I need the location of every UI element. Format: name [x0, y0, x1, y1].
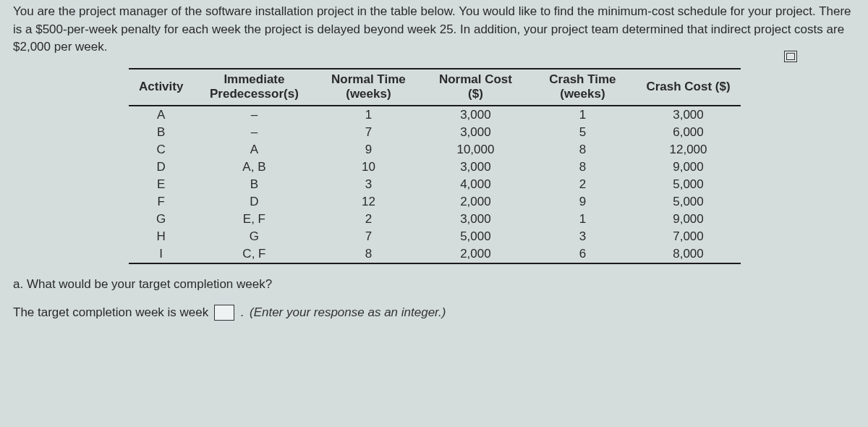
cell-activity: G: [129, 211, 193, 228]
answer-hint: (Enter your response as an integer.): [250, 305, 446, 320]
col-normal-cost: Normal Cost ($): [422, 69, 529, 106]
cell-ct: 5: [529, 124, 636, 141]
cell-nt: 7: [315, 228, 422, 245]
problem-statement: You are the project manager of the softw…: [13, 0, 855, 62]
cell-cc: 9,000: [636, 211, 740, 228]
cell-pred: –: [193, 124, 315, 141]
table-row: DA, B103,00089,000: [129, 158, 741, 176]
cell-pred: A, B: [193, 158, 315, 176]
answer-row: The target completion week is week . (En…: [13, 305, 855, 321]
data-table-container: Activity Immediate Predecessor(s) Normal…: [129, 68, 855, 264]
col-predecessor: Immediate Predecessor(s): [193, 69, 315, 106]
cell-nc: 2,000: [422, 245, 529, 263]
table-header-row: Activity Immediate Predecessor(s) Normal…: [129, 69, 741, 106]
table-row: IC, F82,00068,000: [129, 245, 741, 263]
cell-nt: 10: [315, 158, 422, 176]
cell-pred: E, F: [193, 211, 315, 228]
activity-table: Activity Immediate Predecessor(s) Normal…: [129, 68, 741, 264]
table-row: HG75,00037,000: [129, 228, 741, 245]
table-row: GE, F23,00019,000: [129, 211, 741, 228]
answer-period: .: [240, 305, 244, 320]
cell-ct: 9: [529, 193, 636, 211]
cell-activity: C: [129, 141, 193, 158]
table-row: A–13,00013,000: [129, 106, 741, 124]
cell-cc: 9,000: [636, 158, 740, 176]
col-activity: Activity: [129, 69, 193, 106]
cell-pred: B: [193, 176, 315, 193]
col-crash-time: Crash Time (weeks): [529, 69, 636, 106]
cell-nc: 3,000: [422, 124, 529, 141]
cell-ct: 3: [529, 228, 636, 245]
col-normal-time: Normal Time (weeks): [315, 69, 422, 106]
cell-nt: 12: [315, 193, 422, 211]
cell-ct: 1: [529, 106, 636, 124]
table-row: FD122,00095,000: [129, 193, 741, 211]
cell-nc: 5,000: [422, 228, 529, 245]
cell-pred: –: [193, 106, 315, 124]
cell-cc: 7,000: [636, 228, 740, 245]
cell-cc: 5,000: [636, 176, 740, 193]
cell-activity: H: [129, 228, 193, 245]
cell-ct: 6: [529, 245, 636, 263]
cell-nc: 3,000: [422, 211, 529, 228]
cell-nt: 1: [315, 106, 422, 124]
cell-nt: 7: [315, 124, 422, 141]
cell-activity: B: [129, 124, 193, 141]
cell-cc: 3,000: [636, 106, 740, 124]
cell-activity: F: [129, 193, 193, 211]
cell-nc: 4,000: [422, 176, 529, 193]
cell-activity: A: [129, 106, 193, 124]
cell-nt: 3: [315, 176, 422, 193]
table-body: A–13,00013,000 B–73,00056,000 CA910,0008…: [129, 106, 741, 263]
question-a-label: a.: [13, 277, 23, 291]
cell-nc: 10,000: [422, 141, 529, 158]
cell-pred: D: [193, 193, 315, 211]
cell-ct: 2: [529, 176, 636, 193]
cell-ct: 1: [529, 211, 636, 228]
cell-ct: 8: [529, 141, 636, 158]
cell-nc: 3,000: [422, 158, 529, 176]
table-row: B–73,00056,000: [129, 124, 741, 141]
question-a: a. What would be your target completion …: [13, 277, 855, 292]
cell-pred: A: [193, 141, 315, 158]
popout-icon[interactable]: [784, 51, 797, 62]
cell-nt: 2: [315, 211, 422, 228]
cell-nc: 2,000: [422, 193, 529, 211]
target-week-input[interactable]: [214, 305, 234, 321]
cell-cc: 8,000: [636, 245, 740, 263]
cell-nt: 9: [315, 141, 422, 158]
table-row: CA910,000812,000: [129, 141, 741, 158]
cell-activity: E: [129, 176, 193, 193]
cell-cc: 12,000: [636, 141, 740, 158]
cell-cc: 6,000: [636, 124, 740, 141]
col-crash-cost: Crash Cost ($): [636, 69, 740, 106]
cell-nc: 3,000: [422, 106, 529, 124]
question-a-text: What would be your target completion wee…: [27, 277, 272, 291]
answer-prefix: The target completion week is week: [13, 305, 208, 320]
cell-pred: C, F: [193, 245, 315, 263]
cell-activity: D: [129, 158, 193, 176]
cell-pred: G: [193, 228, 315, 245]
cell-activity: I: [129, 245, 193, 263]
table-row: EB34,00025,000: [129, 176, 741, 193]
cell-nt: 8: [315, 245, 422, 263]
cell-cc: 5,000: [636, 193, 740, 211]
cell-ct: 8: [529, 158, 636, 176]
